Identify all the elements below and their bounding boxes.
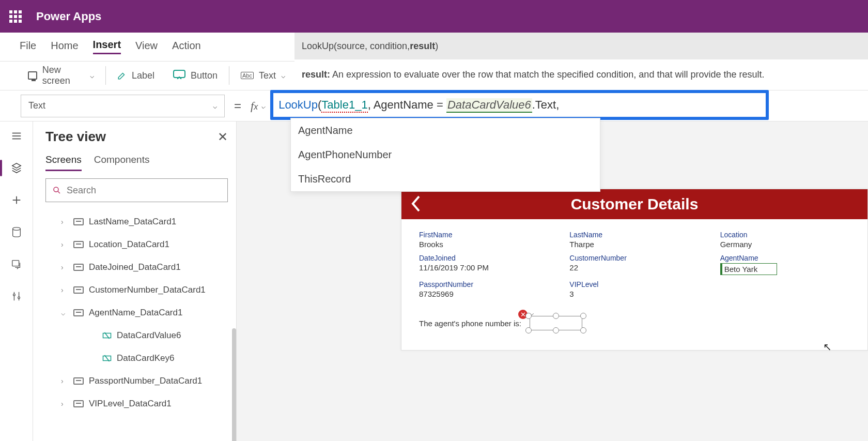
chevron-right-icon[interactable]: › [61, 377, 68, 385]
tree-node[interactable]: ›VIPLevel_DataCard1 [45, 392, 228, 415]
chevron-right-icon[interactable]: › [61, 400, 68, 408]
formula-arg1: AgentName [374, 98, 433, 111]
datacard-icon [73, 309, 84, 316]
property-selector[interactable]: Text ⌵ [21, 95, 225, 117]
app-title: Power Apps [36, 10, 101, 23]
rail-advanced-tools[interactable] [9, 289, 24, 303]
field-value: Brooks [419, 240, 549, 249]
close-icon[interactable]: ✕ [218, 130, 228, 144]
tree-tab-screens[interactable]: Screens [45, 154, 82, 171]
tree-node-label: CustomerNumber_DataCard1 [89, 285, 206, 295]
chevron-right-icon[interactable]: › [61, 218, 68, 226]
tree-node-label: PassportNumber_DataCard1 [89, 376, 202, 386]
menu-file[interactable]: File [20, 40, 36, 54]
formula-ref-suffix: .Text, [532, 98, 560, 111]
suggestion-item[interactable]: ThisRecord [291, 167, 600, 191]
screen-icon [28, 71, 37, 80]
form-field: DateJoined11/16/2019 7:00 PM [419, 254, 549, 275]
scrollbar[interactable] [232, 328, 236, 441]
svg-point-6 [12, 227, 20, 231]
app-preview: Customer Details FirstNameBrooksLastName… [401, 189, 868, 351]
field-value: Beto Yark [720, 263, 850, 275]
tree-view-panel: Tree view ✕ ScreensComponents ›LastName_… [33, 121, 237, 441]
tree-node[interactable]: DataCardValue6 [45, 324, 228, 347]
chevron-down-icon: ⌵ [90, 71, 94, 80]
chevron-down-icon[interactable]: ⌵ [61, 309, 68, 317]
left-rail [0, 121, 33, 441]
label-button[interactable]: Label [108, 65, 164, 86]
search-icon [52, 186, 61, 195]
field-label: VIPLevel [569, 280, 699, 288]
tree-node[interactable]: ›CustomerNumber_DataCard1 [45, 279, 228, 301]
rail-media[interactable] [9, 257, 24, 271]
datacard-icon [73, 286, 84, 294]
suggestion-item[interactable]: AgentPhoneNumber [291, 143, 600, 167]
suggestion-item[interactable]: AgentName [291, 118, 600, 143]
rail-insert[interactable] [9, 193, 24, 207]
menu-insert[interactable]: Insert [93, 39, 121, 54]
tree-node[interactable]: ›PassportNumber_DataCard1 [45, 370, 228, 392]
chevron-right-icon[interactable]: › [61, 240, 68, 249]
rail-hamburger[interactable] [9, 129, 24, 143]
tree-tab-components[interactable]: Components [94, 154, 150, 171]
form-grid: FirstNameBrooksLastNameTharpeLocationGer… [401, 219, 867, 302]
sig-prefix: LookUp(source, condition, [302, 41, 410, 52]
selected-control[interactable]: ✕ ⌵ [525, 312, 586, 334]
tree-node[interactable]: ›Location_DataCard1 [45, 233, 228, 256]
text-dropdown[interactable]: Abc Text ⌵ [231, 65, 295, 86]
chevron-down-icon: ⌵ [281, 71, 285, 80]
menu-view[interactable]: View [135, 40, 158, 54]
chevron-right-icon[interactable]: › [61, 263, 68, 271]
formula-input[interactable]: LookUp(Table1_1, AgentName = DataCardVal… [278, 98, 559, 112]
field-label: AgentName [720, 254, 850, 262]
button-icon [173, 70, 185, 82]
tree-search[interactable] [45, 178, 228, 202]
menu-home[interactable]: Home [51, 40, 78, 54]
tree-node[interactable]: ›LastName_DataCard1 [45, 210, 228, 233]
field-label: Location [720, 231, 850, 239]
selected-field-value[interactable]: Beto Yark [720, 263, 777, 275]
label-icon [117, 71, 127, 80]
svg-point-11 [18, 297, 20, 299]
phone-row: The agent's phone number is: ✕ ⌵ [401, 302, 867, 350]
form-field: PassportNumber87325969 [419, 280, 549, 298]
formula-reference: DataCardValue6 [446, 98, 532, 111]
tree-node-label: AgentName_DataCard1 [89, 308, 182, 318]
chevron-right-icon[interactable]: › [61, 286, 68, 294]
rail-tree-view[interactable] [9, 161, 24, 175]
tree-search-input[interactable] [67, 185, 221, 196]
back-icon[interactable] [409, 194, 423, 213]
intellisense-signature: LookUp(source, condition, result ) [295, 33, 868, 59]
tree-list: ›LastName_DataCard1›Location_DataCard1›D… [45, 210, 228, 441]
menu-action[interactable]: Action [172, 40, 201, 54]
rail-data[interactable] [9, 225, 24, 239]
sig-active-arg: result [410, 41, 435, 52]
formula-input-highlight: LookUp(Table1_1, AgentName = DataCardVal… [270, 90, 769, 120]
datacard-icon [73, 218, 84, 225]
new-screen-button[interactable]: New screen ⌵ [19, 65, 103, 86]
tree-node[interactable]: DataCardKey6 [45, 347, 228, 370]
label-button-label: Label [132, 70, 154, 81]
menubar: FileHomeInsertViewAction [0, 33, 295, 62]
new-screen-label: New screen [42, 65, 85, 86]
field-value: 87325969 [419, 290, 549, 298]
field-value: 3 [569, 290, 699, 298]
button-button-label: Button [191, 70, 218, 81]
field-value: Germany [720, 240, 850, 249]
app-launcher-icon[interactable] [9, 10, 22, 23]
datacard-icon [73, 241, 84, 248]
svg-line-13 [58, 191, 60, 193]
formula-fn: LookUp [278, 98, 318, 111]
input-icon [102, 354, 112, 363]
form-field: AgentNameBeto Yark [720, 254, 850, 275]
tree-node[interactable]: ⌵AgentName_DataCard1 [45, 301, 228, 324]
form-field: LastNameTharpe [569, 231, 699, 249]
tree-node-label: Location_DataCard1 [89, 239, 169, 250]
tree-node-label: DateJoined_DataCard1 [89, 262, 181, 272]
button-button[interactable]: Button [164, 65, 227, 86]
tree-node[interactable]: ›DateJoined_DataCard1 [45, 256, 228, 279]
tree-node-label: DataCardKey6 [117, 353, 175, 363]
chevron-down-icon: ⌵ [261, 102, 265, 110]
desc-label: result: [302, 69, 330, 80]
fx-button[interactable]: fx ⌵ [251, 99, 265, 113]
